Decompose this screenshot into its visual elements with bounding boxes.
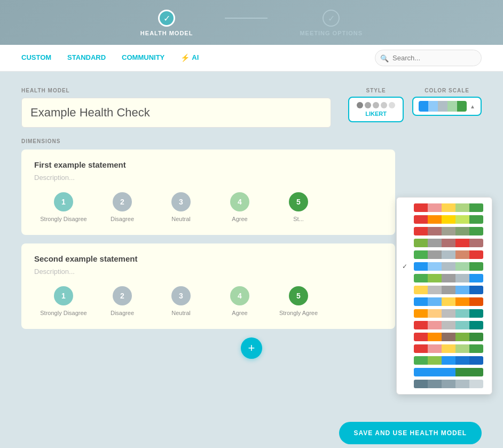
style-selector[interactable]: LIKERT: [348, 97, 404, 122]
color-scale-option-7[interactable]: [397, 272, 492, 284]
likert-item-2-4: 4 Agree: [210, 286, 269, 316]
style-dot-5: [389, 102, 395, 108]
color-bar-selected: [419, 101, 467, 112]
likert-label-1-5: St...: [293, 216, 304, 222]
color-scale-option-3[interactable]: [397, 225, 492, 237]
statement-title-2: Second example statement: [34, 254, 382, 263]
step-health-model[interactable]: ✓ HEALTH MODEL: [140, 10, 193, 36]
color-scale-button[interactable]: ▲: [412, 97, 482, 116]
statement-card-2: Second example statement Description... …: [21, 243, 395, 329]
step-circle-meeting-options: ✓: [323, 10, 340, 27]
color-scale-dropdown[interactable]: ✓: [396, 197, 492, 395]
mini-bar-1: [414, 203, 483, 212]
dimensions-label: DIMENSIONS: [21, 138, 482, 144]
likert-item-2-5: 5 Strongly Agree: [269, 286, 328, 316]
color-seg-3: [438, 101, 447, 112]
mini-bar-5: [414, 250, 483, 259]
style-dot-3: [373, 102, 379, 108]
likert-item-1-4: 4 Agree: [210, 192, 269, 222]
color-scale-option-1[interactable]: [397, 202, 492, 214]
tab-custom[interactable]: CUSTOM: [21, 45, 51, 70]
color-scale-option-12[interactable]: [397, 331, 492, 343]
color-scale-option-8[interactable]: [397, 284, 492, 296]
style-dot-2: [365, 102, 371, 108]
color-scale-section: COLOR SCALE ▲: [412, 88, 482, 116]
health-model-input[interactable]: [21, 98, 331, 128]
style-section: STYLE LIKERT: [348, 88, 404, 122]
main-content: HEALTH MODEL STYLE LIKERT: [0, 72, 503, 413]
likert-circle-2-4: 4: [230, 286, 249, 305]
statement-desc-1: Description...: [34, 174, 382, 182]
likert-label-1-4: Agree: [232, 216, 247, 222]
color-scale-option-10[interactable]: [397, 308, 492, 319]
statement-title-1: First example statement: [34, 160, 382, 169]
save-health-model-button[interactable]: SAVE AND USE HEALTH MODEL: [339, 422, 482, 444]
color-seg-4: [447, 101, 457, 112]
likert-circle-2-1: 1: [54, 286, 73, 305]
style-dot-4: [381, 102, 387, 108]
mini-bar-13: [414, 344, 483, 353]
tab-ai[interactable]: ⚡ AI: [180, 45, 199, 71]
mini-bar-3: [414, 227, 483, 235]
likert-circle-2-2: 2: [113, 286, 132, 305]
color-scale-option-4[interactable]: [397, 237, 492, 249]
mini-bar-9: [414, 297, 483, 306]
step-label-health-model: HEALTH MODEL: [140, 30, 193, 36]
mini-bar-4: [414, 239, 483, 247]
mini-bar-12: [414, 333, 483, 341]
tab-standard[interactable]: STANDARD: [67, 45, 106, 70]
color-seg-5: [457, 101, 467, 112]
style-dots: [357, 102, 395, 108]
likert-label-2-4: Agree: [232, 310, 247, 316]
health-model-field-label: HEALTH MODEL: [21, 88, 337, 93]
likert-label-2-3: Neutral: [171, 310, 190, 316]
mini-bar-2: [414, 215, 483, 224]
color-scale-option-13[interactable]: [397, 343, 492, 355]
mini-bar-14: [414, 356, 483, 365]
likert-item-2-1: 1 Strongly Disagree: [34, 286, 93, 316]
color-scale-option-16[interactable]: [397, 378, 492, 390]
step-label-meeting-options: MEETING OPTIONS: [300, 30, 363, 36]
color-scale-option-9[interactable]: [397, 296, 492, 308]
likert-circle-2-3: 3: [171, 286, 191, 305]
color-scale-option-6[interactable]: ✓: [397, 261, 492, 272]
likert-item-2-3: 3 Neutral: [152, 286, 210, 316]
likert-item-1-5: 5 St...: [269, 192, 328, 222]
color-scale-option-11[interactable]: [397, 319, 492, 331]
likert-scale-1: 1 Strongly Disagree 2 Disagree 3 Neutral…: [34, 192, 382, 222]
step-connector: [225, 18, 268, 19]
likert-circle-1-4: 4: [230, 192, 249, 211]
color-scale-option-5[interactable]: [397, 249, 492, 261]
mini-bar-15: [414, 368, 483, 376]
likert-circle-1-5: 5: [289, 192, 308, 211]
style-dot-1: [357, 102, 363, 108]
add-statement-button[interactable]: +: [241, 337, 262, 359]
step-circle-health-model: ✓: [158, 10, 175, 27]
mini-bar-11: [414, 321, 483, 329]
color-scale-option-2[interactable]: [397, 214, 492, 225]
color-seg-2: [428, 101, 438, 112]
likert-label-1-1: Strongly Disagree: [40, 216, 87, 222]
likert-item-2-2: 2 Disagree: [93, 286, 152, 316]
likert-item-1-3: 3 Neutral: [152, 192, 210, 222]
health-model-field-wrap: HEALTH MODEL: [21, 88, 337, 128]
check-icon-6: ✓: [402, 263, 410, 270]
save-button-wrap: SAVE AND USE HEALTH MODEL: [0, 413, 503, 448]
likert-scale-2: 1 Strongly Disagree 2 Disagree 3 Neutral…: [34, 286, 382, 316]
color-scale-label: COLOR SCALE: [425, 88, 469, 93]
step-meeting-options[interactable]: ✓ MEETING OPTIONS: [300, 10, 363, 36]
health-model-row: HEALTH MODEL STYLE LIKERT: [21, 88, 482, 128]
color-scale-option-15[interactable]: [397, 366, 492, 378]
likert-label-1-3: Neutral: [171, 216, 190, 222]
statement-desc-2: Description...: [34, 268, 382, 276]
likert-label-2-5: Strongly Agree: [279, 310, 318, 316]
tab-community[interactable]: COMMUNITY: [122, 45, 164, 70]
likert-label-1-2: Disagree: [111, 216, 134, 222]
likert-label-2-2: Disagree: [111, 310, 134, 316]
likert-item-1-1: 1 Strongly Disagree: [34, 192, 93, 222]
color-seg-1: [419, 101, 428, 112]
likert-circle-1-3: 3: [171, 192, 191, 211]
search-input[interactable]: [375, 50, 482, 66]
chevron-down-icon: ▲: [470, 104, 475, 109]
color-scale-option-14[interactable]: [397, 355, 492, 366]
